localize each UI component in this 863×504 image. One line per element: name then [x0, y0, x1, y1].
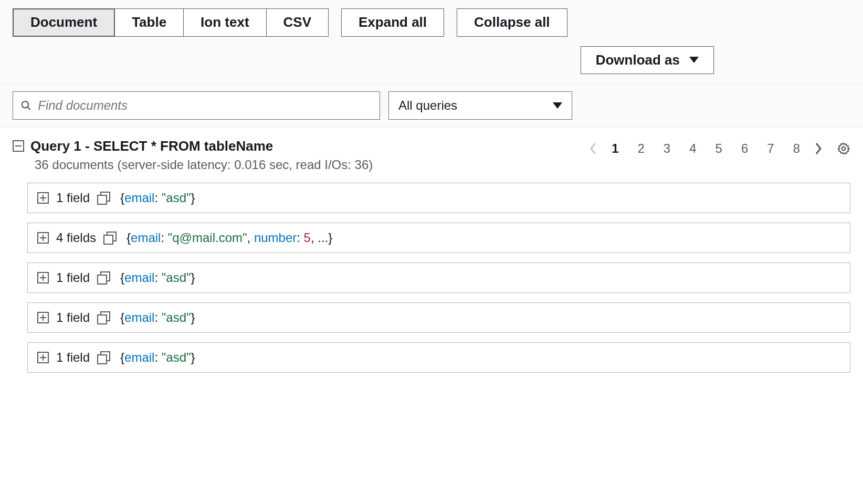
copy-icon[interactable] — [97, 271, 110, 284]
chevron-right-icon — [814, 141, 823, 156]
search-input-wrap[interactable] — [13, 91, 380, 120]
expand-icon[interactable] — [37, 312, 49, 323]
field-count-label: 1 field — [56, 270, 90, 285]
copy-icon[interactable] — [97, 311, 110, 324]
page-number[interactable]: 8 — [793, 141, 800, 156]
download-as-label: Download as — [596, 52, 680, 68]
collapse-icon[interactable] — [13, 140, 24, 152]
query-subtitle: 36 documents (server-side latency: 0.016… — [35, 158, 373, 172]
copy-icon[interactable] — [97, 351, 110, 364]
search-input[interactable] — [31, 98, 372, 113]
svg-point-0 — [22, 101, 28, 108]
svg-line-1 — [27, 107, 30, 109]
results-area: Query 1 - SELECT * FROM tableName 36 doc… — [0, 128, 863, 403]
page-prev-button[interactable] — [588, 141, 598, 156]
page-number[interactable]: 2 — [637, 141, 644, 156]
toolbar-region: Document Table Ion text CSV Expand all C… — [0, 0, 863, 84]
expand-icon[interactable] — [37, 192, 49, 204]
chevron-left-icon — [588, 141, 598, 156]
expand-icon[interactable] — [37, 232, 49, 244]
document-row: 1 field{email: "asd"} — [27, 342, 850, 373]
document-row: 1 field{email: "asd"} — [27, 302, 850, 333]
settings-button[interactable] — [837, 142, 850, 155]
download-as-button[interactable]: Download as — [581, 46, 714, 74]
page-number[interactable]: 1 — [612, 141, 618, 156]
query-filter-value: All queries — [398, 98, 457, 113]
collapse-all-button[interactable]: Collapse all — [457, 8, 567, 37]
tab-document[interactable]: Document — [13, 8, 115, 37]
tab-ion-text[interactable]: Ion text — [184, 8, 266, 37]
expand-icon[interactable] — [37, 272, 49, 284]
field-count-label: 4 fields — [56, 230, 96, 245]
document-row: 1 field{email: "asd"} — [27, 262, 850, 293]
query-title: Query 1 - SELECT * FROM tableName — [30, 138, 273, 154]
view-tabs: Document Table Ion text CSV Expand all C… — [13, 8, 850, 37]
filter-bar: All queries — [0, 84, 863, 128]
field-count-label: 1 field — [56, 310, 90, 325]
tab-table[interactable]: Table — [115, 8, 184, 37]
pagination: 12345678 — [588, 141, 850, 156]
page-next-button[interactable] — [814, 141, 823, 156]
copy-icon[interactable] — [103, 232, 116, 244]
expand-all-button[interactable]: Expand all — [341, 8, 444, 37]
document-preview: {email: "asd"} — [120, 191, 195, 205]
search-icon — [20, 100, 31, 111]
page-number[interactable]: 7 — [767, 141, 774, 156]
field-count-label: 1 field — [56, 350, 90, 365]
tab-csv[interactable]: CSV — [267, 8, 329, 37]
page-number[interactable]: 6 — [741, 141, 748, 156]
document-preview: {email: "asd"} — [120, 310, 195, 325]
document-preview: {email: "asd"} — [120, 270, 195, 285]
document-preview: {email: "q@mail.com", number: 5, ...} — [127, 230, 332, 245]
page-number[interactable]: 4 — [689, 141, 696, 156]
page-number[interactable]: 5 — [715, 141, 722, 156]
gear-icon — [837, 142, 850, 155]
document-preview: {email: "asd"} — [120, 350, 195, 365]
document-list: 1 field{email: "asd"}4 fields{email: "q@… — [27, 183, 850, 373]
copy-icon[interactable] — [97, 192, 110, 204]
field-count-label: 1 field — [56, 191, 90, 205]
results-header: Query 1 - SELECT * FROM tableName 36 doc… — [13, 138, 850, 172]
document-row: 1 field{email: "asd"} — [27, 183, 850, 213]
query-filter-select[interactable]: All queries — [388, 91, 572, 120]
svg-point-2 — [842, 146, 846, 150]
caret-down-icon — [553, 102, 562, 109]
page-number[interactable]: 3 — [664, 141, 670, 156]
caret-down-icon — [689, 57, 699, 63]
expand-icon[interactable] — [37, 352, 49, 363]
document-row: 4 fields{email: "q@mail.com", number: 5,… — [27, 223, 850, 253]
